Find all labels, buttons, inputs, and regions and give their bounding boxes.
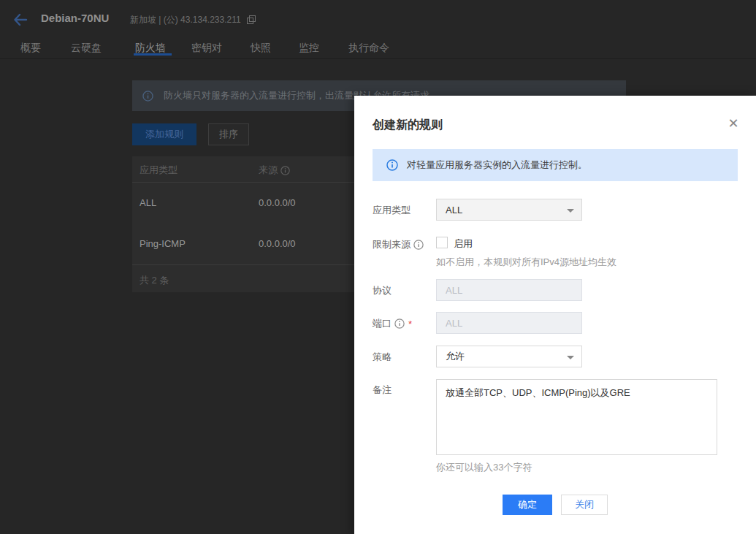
app-type-select[interactable]: ALL [436, 199, 582, 221]
remaining-chars-hint: 你还可以输入33个字符 [436, 461, 532, 474]
close-icon[interactable]: ✕ [725, 115, 741, 131]
info-icon [386, 159, 398, 171]
add-rule-button[interactable]: 添加规则 [132, 123, 196, 145]
protocol-input-disabled: ALL [436, 279, 582, 301]
chevron-down-icon [567, 356, 574, 359]
page: Debian-70NU 新加坡 | (公) 43.134.233.211 概要 … [0, 0, 756, 534]
policy-select[interactable]: 允许 [436, 346, 582, 367]
port-label: 端口 * [373, 317, 412, 330]
required-asterisk: * [408, 319, 412, 329]
tab-run-command[interactable]: 执行命令 [348, 42, 389, 55]
info-icon [142, 91, 153, 102]
region-ip-text: 新加坡 | (公) 43.134.233.211 [130, 15, 241, 25]
policy-label: 策略 [373, 351, 392, 364]
limit-source-label: 限制来源 [373, 238, 424, 251]
modal-info-text: 对轻量应用服务器实例的入流量进行控制。 [407, 159, 587, 172]
copy-icon[interactable] [247, 15, 256, 26]
back-arrow-icon[interactable] [12, 11, 29, 28]
info-icon[interactable] [280, 166, 290, 178]
confirm-button[interactable]: 确定 [503, 495, 552, 515]
remark-textarea[interactable]: 放通全部TCP、UDP、ICMP(Ping)以及GRE [436, 379, 717, 455]
sort-button[interactable]: 排序 [208, 123, 249, 145]
modal-footer: 确定 关闭 [354, 495, 756, 515]
col-source: 来源 [259, 164, 290, 178]
tab-bar: 概要 云硬盘 防火墙 密钥对 快照 监控 执行命令 [0, 39, 756, 59]
protocol-label: 协议 [373, 284, 392, 297]
app-type-label: 应用类型 [373, 204, 411, 217]
enable-checkbox[interactable] [436, 237, 448, 248]
tab-monitoring[interactable]: 监控 [299, 42, 319, 55]
modal-title: 创建新的规则 [373, 118, 443, 133]
modal-info-banner: 对轻量应用服务器实例的入流量进行控制。 [373, 149, 738, 181]
chevron-down-icon [567, 209, 574, 213]
tab-key-pair[interactable]: 密钥对 [191, 42, 222, 55]
remark-label: 备注 [373, 384, 392, 397]
port-input-disabled: ALL [436, 312, 582, 334]
total-count: 共 2 条 [140, 274, 169, 287]
tab-overview[interactable]: 概要 [20, 42, 41, 55]
create-rule-modal: 创建新的规则 ✕ 对轻量应用服务器实例的入流量进行控制。 应用类型 ALL 限制… [354, 96, 756, 534]
tab-snapshot[interactable]: 快照 [251, 42, 271, 55]
tab-cloud-disk[interactable]: 云硬盘 [71, 42, 102, 55]
close-button[interactable]: 关闭 [561, 495, 608, 515]
info-icon[interactable] [413, 240, 424, 250]
instance-subtitle: 新加坡 | (公) 43.134.233.211 [130, 14, 256, 26]
enable-checkbox-label[interactable]: 启用 [454, 237, 473, 251]
active-tab-underline [134, 53, 172, 56]
limit-source-note: 如不启用，本规则对所有IPv4源地址均生效 [436, 256, 616, 269]
instance-title: Debian-70NU [41, 12, 109, 24]
col-app-type: 应用类型 [140, 164, 177, 177]
info-icon[interactable] [394, 319, 405, 329]
